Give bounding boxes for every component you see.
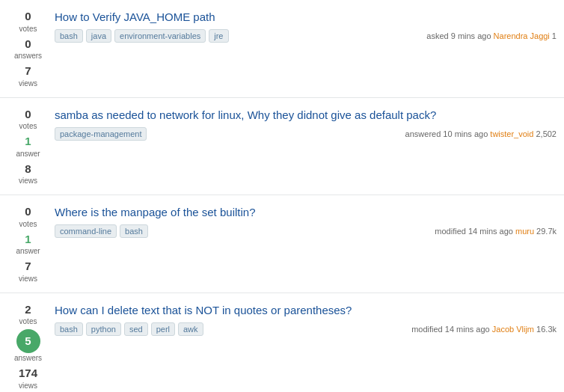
question-list: 0votes0answers7viewsHow to Verify JAVA_H… — [0, 0, 564, 392]
meta-rep: 29.7k — [534, 227, 557, 236]
views-count: 8 — [25, 162, 31, 177]
views-count: 7 — [25, 64, 31, 79]
tags-and-meta: bashpythonsedperlawkmodified 14 mins ago… — [55, 322, 557, 336]
meta-user[interactable]: muru — [515, 227, 534, 236]
answers-label: answers — [14, 51, 42, 61]
meta-user[interactable]: twister_void — [490, 129, 533, 138]
votes-block: 0votes — [19, 9, 37, 34]
meta-action: asked 9 mins ago — [426, 31, 493, 40]
answers-label: answer — [16, 246, 40, 256]
question-stats: 2votes5answers174views — [7, 302, 49, 391]
tag[interactable]: bash — [120, 224, 148, 238]
views-label: views — [19, 79, 37, 88]
question-title[interactable]: How to Verify JAVA_HOME path — [55, 9, 557, 25]
question-item: 0votes1answer7viewsWhere is the manpage … — [0, 195, 564, 293]
meta-action: modified 14 mins ago — [435, 227, 515, 236]
question-title[interactable]: Where is the manpage of the set builtin? — [55, 204, 557, 220]
tags-and-meta: bashjavaenvironment-variablesjreasked 9 … — [55, 29, 557, 43]
answers-block: 1answer — [16, 232, 40, 257]
answers-block: 5answers — [14, 329, 42, 363]
votes-count: 0 — [25, 107, 31, 122]
answers-label: answers — [14, 353, 42, 363]
question-meta: asked 9 mins ago Narendra Jaggi 1 — [426, 31, 557, 40]
tag[interactable]: bash — [55, 29, 83, 43]
question-meta: answered 10 mins ago twister_void 2,502 — [405, 129, 557, 138]
tags-container: command-linebash — [55, 224, 148, 238]
meta-action: modified 14 mins ago — [411, 325, 492, 334]
answers-count: 0 — [25, 37, 31, 52]
tags-and-meta: package-managementanswered 10 mins ago t… — [55, 127, 557, 141]
answers-count: 1 — [25, 232, 31, 247]
meta-rep: 2,502 — [533, 129, 557, 138]
votes-label: votes — [19, 24, 37, 34]
views-label: views — [19, 381, 37, 391]
votes-label: votes — [19, 121, 37, 131]
views-block: 174views — [19, 366, 37, 391]
meta-user[interactable]: Narendra Jaggi — [494, 31, 550, 40]
question-stats: 0votes0answers7views — [7, 9, 49, 88]
views-count: 7 — [25, 259, 31, 274]
views-block: 8views — [19, 162, 37, 186]
question-stats: 0votes1answer7views — [7, 204, 49, 284]
votes-count: 0 — [25, 204, 31, 219]
question-body: samba as needed to network for linux, Wh… — [55, 107, 557, 141]
tags-container: bashpythonsedperlawk — [55, 322, 203, 336]
question-item: 0votes0answers7viewsHow to Verify JAVA_H… — [0, 0, 564, 98]
meta-rep: 16.3k — [534, 325, 557, 334]
question-body: How can I delete text that is NOT in quo… — [55, 302, 557, 336]
votes-label: votes — [19, 316, 37, 326]
answers-label: answer — [16, 149, 40, 159]
meta-rep: 1 — [550, 31, 557, 40]
tag[interactable]: perl — [151, 322, 175, 336]
votes-block: 0votes — [19, 107, 37, 132]
views-label: views — [19, 274, 37, 284]
question-stats: 0votes1answer8views — [7, 107, 49, 186]
views-block: 7views — [19, 64, 37, 88]
answers-block: 1answer — [16, 134, 40, 159]
meta-action: answered 10 mins ago — [405, 129, 491, 138]
tags-and-meta: command-linebashmodified 14 mins ago mur… — [55, 224, 557, 238]
answers-count: 5 — [16, 329, 40, 353]
meta-user[interactable]: Jacob Vlijm — [492, 325, 534, 334]
question-meta: modified 14 mins ago Jacob Vlijm 16.3k — [411, 325, 557, 334]
answers-block: 0answers — [14, 37, 42, 61]
votes-block: 0votes — [19, 204, 37, 229]
views-label: views — [19, 176, 37, 186]
views-block: 7views — [19, 259, 37, 284]
tags-container: bashjavaenvironment-variablesjre — [55, 29, 229, 43]
tag[interactable]: package-management — [55, 127, 147, 141]
tag[interactable]: python — [86, 322, 121, 336]
question-title[interactable]: samba as needed to network for linux, Wh… — [55, 107, 557, 123]
tag[interactable]: sed — [124, 322, 148, 336]
views-count: 174 — [19, 366, 37, 381]
question-meta: modified 14 mins ago muru 29.7k — [435, 227, 557, 236]
votes-label: votes — [19, 219, 37, 229]
question-item: 2votes5answers174viewsHow can I delete t… — [0, 293, 564, 393]
answers-count: 1 — [25, 134, 31, 149]
votes-count: 2 — [25, 302, 31, 317]
tag[interactable]: environment-variables — [114, 29, 206, 43]
tags-container: package-management — [55, 127, 147, 141]
votes-block: 2votes — [19, 302, 37, 327]
tag[interactable]: bash — [55, 322, 83, 336]
tag[interactable]: command-line — [55, 224, 117, 238]
tag[interactable]: java — [86, 29, 111, 43]
tag[interactable]: awk — [178, 322, 203, 336]
tag[interactable]: jre — [209, 29, 228, 43]
question-body: Where is the manpage of the set builtin?… — [55, 204, 557, 238]
question-body: How to Verify JAVA_HOME pathbashjavaenvi… — [55, 9, 557, 43]
question-title[interactable]: How can I delete text that is NOT in quo… — [55, 302, 557, 318]
question-item: 0votes1answer8viewssamba as needed to ne… — [0, 98, 564, 196]
votes-count: 0 — [25, 9, 31, 24]
